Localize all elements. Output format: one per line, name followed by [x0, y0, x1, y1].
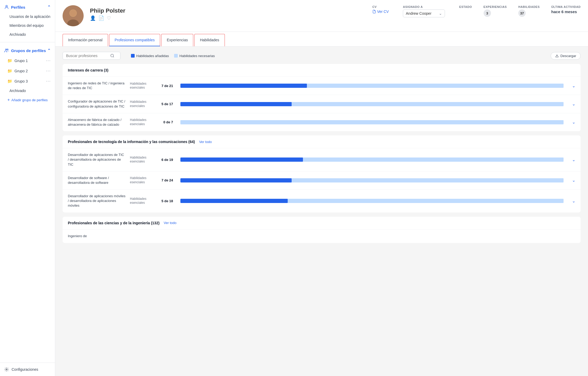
expand-row-1[interactable]: ⌄: [572, 83, 575, 88]
profession-row-1: Ingeniero de redes de TIC / ingeniera de…: [63, 77, 581, 95]
sidebar-item-archivado2[interactable]: Archivado: [0, 86, 55, 95]
profession-row-3: Almacenero de fábrica de calzado / almac…: [63, 113, 581, 131]
chevron-down-icon: ⌄: [439, 11, 442, 16]
ver-todo-tic[interactable]: Ver todo: [199, 140, 212, 144]
expand-row-6[interactable]: ⌄: [572, 199, 575, 204]
legend-needed: Habilidades necesarias: [174, 54, 215, 58]
cv-label: CV: [372, 5, 389, 8]
bar-container-6: [180, 199, 564, 203]
bar-container-2: [180, 102, 564, 106]
svg-point-8: [111, 54, 114, 57]
avatar: [63, 5, 84, 26]
perfiles-label: Perfiles: [11, 5, 25, 9]
profile-header: Phiip Polster 👤 📄 ♡ CV Ver CV ASIGNADO A…: [55, 0, 588, 32]
doc-status-icon[interactable]: 📄: [98, 15, 104, 21]
bar-fill-1: [180, 84, 307, 88]
expand-row-4[interactable]: ⌄: [572, 157, 575, 162]
assigned-block: ASIGNADO A Andrew Cooper ⌄: [403, 5, 445, 17]
search-input[interactable]: [66, 54, 108, 58]
plus-icon: +: [7, 98, 10, 102]
profession-name-5: Desarrollador de software / desarrollado…: [68, 176, 126, 185]
skills-label-1: Habilidades esenciales: [130, 82, 156, 90]
asignado-label: ASIGNADO A: [403, 5, 445, 8]
legend-dot-added: [131, 54, 135, 58]
grupo3-options[interactable]: ···: [46, 78, 51, 84]
profile-info: Phiip Polster 👤 📄 ♡: [90, 5, 358, 21]
sidebar-item-grupo3[interactable]: 📁 Grupo 3 ···: [0, 76, 55, 86]
skills-count-4: 6 de 19: [160, 158, 176, 162]
add-group-button[interactable]: + Añadir grupo de perfiles: [0, 95, 55, 105]
experiencias-block: EXPERIENCIAS 3: [484, 5, 507, 17]
section-tic: Profesionales de tecnología de la inform…: [63, 135, 581, 212]
tab-habilidades[interactable]: Habilidades: [194, 34, 225, 46]
sidebar-configuraciones[interactable]: Configuraciones: [0, 363, 55, 376]
tab-profesiones-compatibles[interactable]: Profesiones compatibles: [109, 34, 160, 46]
svg-point-1: [6, 49, 7, 50]
tab-experiencias[interactable]: Experiencias: [161, 34, 193, 46]
configuraciones-label: Configuraciones: [12, 367, 38, 372]
assigned-dropdown[interactable]: Andrew Cooper ⌄: [403, 9, 445, 17]
ultima-actividad-label: ÚLTIMA ACTIVIDAD: [551, 5, 581, 8]
habilidades-block: HABILIDADES 37: [518, 5, 540, 17]
experiencias-label: EXPERIENCIAS: [484, 5, 507, 8]
profession-name-6: Desarrollador de aplicaciones móviles / …: [68, 194, 126, 208]
bar-fill-2: [180, 102, 292, 106]
profession-row-5: Desarrollador de software / desarrollado…: [63, 171, 581, 190]
profession-row-2: Configurador de aplicaciones de TIC / co…: [63, 95, 581, 113]
download-button[interactable]: Descargar: [551, 52, 581, 60]
sidebar-item-miembros[interactable]: Miembros del equipo: [0, 21, 55, 30]
profession-name-2: Configurador de aplicaciones de TIC / co…: [68, 99, 126, 109]
section-intereses-title: Intereses de carrera (3): [63, 64, 581, 77]
bar-fill-6: [180, 199, 288, 203]
sidebar-grupos-header[interactable]: Grupos de perfiles ⌃: [0, 45, 55, 55]
section-intereses: Intereses de carrera (3) Ingeniero de re…: [63, 64, 581, 131]
svg-point-3: [6, 369, 7, 370]
chevron-up-icon: ⌃: [47, 5, 51, 9]
profession-name-7: Ingeniero de: [68, 234, 126, 238]
search-box[interactable]: [63, 52, 120, 60]
profession-row-4: Desarrollador de aplicaciones de TIC / d…: [63, 148, 581, 171]
bar-container-1: [180, 84, 564, 88]
skills-count-3: 0 de 7: [160, 120, 176, 124]
estado-label: ESTADO: [459, 5, 472, 8]
sidebar-divider-1: [0, 42, 55, 42]
bar-container-5: [180, 178, 564, 182]
sidebar-item-grupo2[interactable]: 📁 Grupo 2 ···: [0, 66, 55, 76]
main-tab-content: Habilidades añadidas Habilidades necesar…: [55, 47, 588, 252]
skills-label-5: Habilidades esenciales: [130, 176, 156, 184]
section-ciencias-title: Profesionales de las ciencias y de la in…: [63, 217, 581, 230]
file-icon: [372, 10, 376, 13]
grupo1-options[interactable]: ···: [46, 58, 51, 63]
search-icon: [110, 54, 114, 58]
sidebar-item-usuarios[interactable]: Usuarios de la aplicación: [0, 12, 55, 21]
skills-count-6: 5 de 18: [160, 199, 176, 203]
heart-status-icon[interactable]: ♡: [107, 15, 111, 21]
tab-info-personal[interactable]: Información personal: [63, 34, 108, 46]
legend-dot-needed: [174, 54, 178, 58]
sidebar-item-grupo1[interactable]: 📁 Grupo 1 ···: [0, 55, 55, 66]
profession-row-6: Desarrollador de aplicaciones móviles / …: [63, 190, 581, 212]
ver-cv-link[interactable]: Ver CV: [372, 9, 389, 14]
profession-name-1: Ingeniero de redes de TIC / ingeniera de…: [68, 81, 126, 90]
ver-todo-ciencias[interactable]: Ver todo: [164, 221, 176, 225]
folder-icon-1: 📁: [7, 58, 12, 63]
svg-point-0: [6, 5, 7, 7]
expand-row-3[interactable]: ⌄: [572, 120, 575, 125]
expand-row-2[interactable]: ⌄: [572, 101, 575, 106]
expand-row-5[interactable]: ⌄: [572, 178, 575, 183]
sidebar-item-archivado[interactable]: Archivado: [0, 30, 55, 39]
sidebar: Perfiles ⌃ Usuarios de la aplicación Mie…: [0, 0, 55, 376]
experiencias-badge: 3: [484, 9, 491, 17]
gear-icon: [4, 367, 9, 372]
sidebar-perfiles-header[interactable]: Perfiles ⌃: [0, 2, 55, 12]
skills-label-2: Habilidades esenciales: [130, 100, 156, 108]
section-ciencias: Profesionales de las ciencias y de la in…: [63, 217, 581, 243]
bar-container-4: [180, 157, 564, 162]
svg-point-2: [7, 49, 8, 50]
user-status-icon[interactable]: 👤: [90, 15, 96, 21]
groups-icon: [4, 48, 9, 53]
assigned-name: Andrew Cooper: [406, 11, 431, 16]
chevron-up-icon-2: ⌃: [47, 48, 51, 53]
grupo2-options[interactable]: ···: [46, 68, 51, 74]
skills-count-2: 5 de 17: [160, 102, 176, 106]
